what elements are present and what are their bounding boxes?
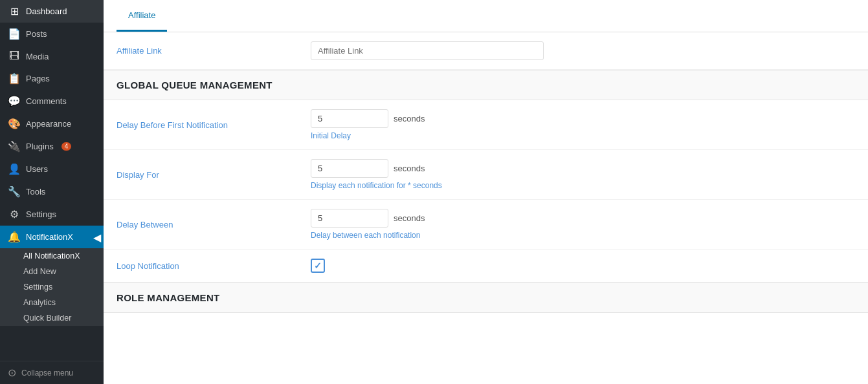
sidebar-item-label: Tools <box>26 187 45 197</box>
delay-first-input[interactable] <box>311 109 388 128</box>
delay-between-input-group: seconds Delay between each notification <box>311 209 425 240</box>
notificationx-arrow: ◀ <box>93 231 104 243</box>
delay-between-row: Delay Between seconds Delay between each… <box>104 200 868 250</box>
dashboard-icon: ⊞ <box>8 5 21 17</box>
posts-icon: 📄 <box>8 28 21 40</box>
submenu-analytics[interactable]: Analytics <box>0 295 104 310</box>
sidebar-item-settings[interactable]: ⚙ Settings <box>0 203 104 226</box>
tools-icon: 🔧 <box>8 186 21 198</box>
role-management-section-header: ROLE MANAGEMENT <box>104 283 868 313</box>
submenu-add-new[interactable]: Add New <box>0 264 104 279</box>
sidebar-item-label: Settings <box>26 209 56 219</box>
sidebar-item-pages[interactable]: 📋 Pages <box>0 67 104 90</box>
loop-notification-row: Loop Notification ✓ <box>104 250 868 283</box>
settings-icon: ⚙ <box>8 208 21 220</box>
appearance-icon: 🎨 <box>8 118 21 130</box>
delay-between-label: Delay Between <box>117 220 298 229</box>
display-for-input-group: seconds Display each notification for * … <box>311 159 442 190</box>
content-area: Affiliate Link GLOBAL QUEUE MANAGEMENT D… <box>104 32 868 313</box>
sidebar-item-label: Posts <box>26 29 47 39</box>
delay-first-suffix: seconds <box>394 114 425 123</box>
delay-between-suffix: seconds <box>394 213 425 223</box>
sidebar-item-notificationx[interactable]: 🔔 NotificationX ◀ <box>0 226 104 248</box>
sidebar-item-users[interactable]: 👤 Users <box>0 158 104 180</box>
sidebar-item-media[interactable]: 🎞 Media <box>0 45 104 67</box>
pages-icon: 📋 <box>8 72 21 85</box>
affiliate-link-label: Affiliate Link <box>117 46 298 56</box>
display-for-label: Display For <box>117 170 298 180</box>
display-for-input-suffix: seconds <box>311 159 442 178</box>
global-queue-title: GLOBAL QUEUE MANAGEMENT <box>117 80 855 91</box>
role-management-title: ROLE MANAGEMENT <box>117 292 855 303</box>
delay-first-input-group: seconds Initial Delay <box>311 109 425 140</box>
sidebar-item-comments[interactable]: 💬 Comments <box>0 90 104 112</box>
sidebar-item-label: Appearance <box>26 119 71 129</box>
display-for-row: Display For seconds Display each notific… <box>104 150 868 200</box>
delay-between-input[interactable] <box>311 209 388 228</box>
sidebar-item-label: Dashboard <box>26 6 67 16</box>
submenu-all-notificationx[interactable]: All NotificationX <box>0 248 104 264</box>
notificationx-submenu: All NotificationX Add New Settings Analy… <box>0 248 104 326</box>
users-icon: 👤 <box>8 163 21 175</box>
media-icon: 🎞 <box>8 50 21 62</box>
plugins-icon: 🔌 <box>8 140 21 153</box>
delay-first-row: Delay Before First Notification seconds … <box>104 100 868 150</box>
sidebar-item-label: Users <box>26 164 48 174</box>
delay-between-input-suffix: seconds <box>311 209 425 228</box>
tab-affiliate[interactable]: Affiliate <box>117 0 167 32</box>
plugins-badge: 4 <box>61 142 72 151</box>
sidebar-item-appearance[interactable]: 🎨 Appearance <box>0 112 104 135</box>
sidebar-item-label: Pages <box>26 74 50 83</box>
collapse-label: Collapse menu <box>21 368 73 378</box>
notificationx-icon: 🔔 <box>8 231 21 243</box>
sidebar-item-label: Comments <box>26 96 67 106</box>
sidebar-item-tools[interactable]: 🔧 Tools <box>0 180 104 203</box>
sidebar-item-plugins[interactable]: 🔌 Plugins 4 <box>0 135 104 158</box>
loop-notification-label: Loop Notification <box>117 261 298 271</box>
submenu-settings[interactable]: Settings <box>0 279 104 295</box>
tab-bar: Affiliate <box>104 0 868 32</box>
loop-notification-checkbox-wrapper: ✓ <box>311 259 325 273</box>
delay-first-hint: Initial Delay <box>311 131 425 140</box>
sidebar-item-label: Plugins <box>26 142 54 151</box>
main-content: Affiliate Affiliate Link GLOBAL QUEUE MA… <box>104 0 868 384</box>
display-for-hint: Display each notification for * seconds <box>311 181 442 190</box>
sidebar-item-posts[interactable]: 📄 Posts <box>0 23 104 45</box>
affiliate-link-input[interactable] <box>311 41 544 60</box>
submenu-quick-builder[interactable]: Quick Builder <box>0 310 104 326</box>
display-for-input[interactable] <box>311 159 388 178</box>
checkmark-icon: ✓ <box>314 261 322 271</box>
sidebar-item-label: NotificationX <box>26 232 73 242</box>
delay-first-label: Delay Before First Notification <box>117 120 298 130</box>
global-queue-section-header: GLOBAL QUEUE MANAGEMENT <box>104 70 868 100</box>
delay-between-hint: Delay between each notification <box>311 231 425 240</box>
affiliate-link-row: Affiliate Link <box>104 32 868 70</box>
sidebar-item-dashboard[interactable]: ⊞ Dashboard <box>0 0 104 23</box>
loop-notification-checkbox[interactable]: ✓ <box>311 259 325 273</box>
collapse-icon: ⊙ <box>8 367 16 379</box>
display-for-suffix: seconds <box>394 164 425 173</box>
sidebar-item-label: Media <box>26 52 49 61</box>
collapse-menu-button[interactable]: ⊙ Collapse menu <box>0 361 104 384</box>
comments-icon: 💬 <box>8 95 21 107</box>
delay-first-input-suffix: seconds <box>311 109 425 128</box>
